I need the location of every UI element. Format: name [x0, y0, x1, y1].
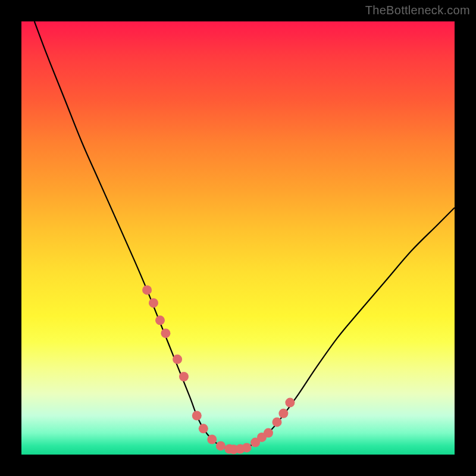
marker-dot: [285, 398, 295, 408]
marker-dot: [273, 417, 282, 427]
marker-dot: [264, 428, 273, 438]
marker-dot: [173, 355, 182, 364]
plot-area: [21, 21, 455, 455]
marker-dot: [192, 411, 202, 421]
marker-dot: [142, 285, 152, 295]
marker-dot: [207, 435, 217, 444]
curve-svg: [21, 21, 455, 455]
marker-dot: [149, 298, 158, 308]
marker-dot: [242, 443, 252, 452]
marker-dot: [278, 409, 288, 418]
marker-dot: [199, 424, 208, 433]
marker-dot: [216, 441, 226, 450]
marker-dot: [155, 315, 165, 325]
bottleneck-curve: [35, 21, 455, 450]
marker-dot: [179, 372, 189, 381]
chart-container: TheBottleneck.com: [0, 0, 476, 476]
marker-dot: [161, 328, 170, 338]
watermark-text: TheBottleneck.com: [365, 4, 470, 17]
